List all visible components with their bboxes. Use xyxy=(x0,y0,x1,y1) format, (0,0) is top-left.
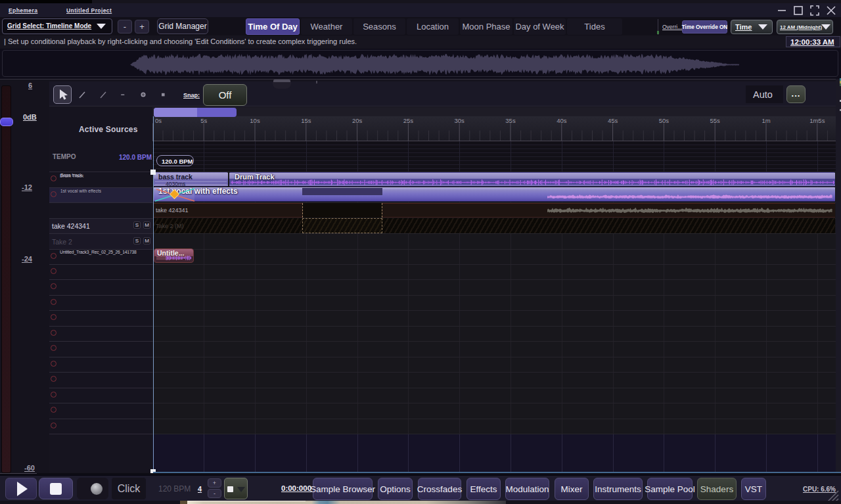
svg-text:35s: 35s xyxy=(505,117,516,124)
svg-text:0s: 0s xyxy=(155,117,162,124)
svg-text:25s: 25s xyxy=(403,117,414,124)
svg-text:20s: 20s xyxy=(352,117,363,124)
svg-text:15s: 15s xyxy=(301,117,311,124)
svg-text:5s: 5s xyxy=(200,117,207,124)
svg-text:55s: 55s xyxy=(710,117,721,124)
svg-text:40s: 40s xyxy=(557,117,567,124)
svg-text:50s: 50s xyxy=(659,117,670,124)
svg-text:1m5s: 1m5s xyxy=(809,117,825,124)
svg-text:10s: 10s xyxy=(250,117,260,124)
svg-text:30s: 30s xyxy=(455,117,465,124)
svg-text:1m: 1m xyxy=(761,117,770,124)
svg-text:45s: 45s xyxy=(608,117,618,124)
